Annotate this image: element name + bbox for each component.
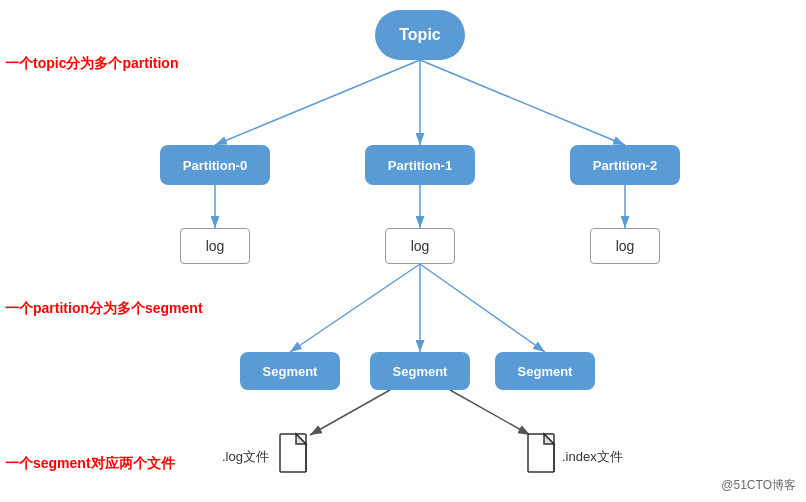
svg-line-2 <box>215 60 420 145</box>
log-file-label: .log文件 <box>222 448 269 466</box>
svg-line-12 <box>450 390 530 435</box>
annotation2: 一个partition分为多个segment <box>5 300 203 318</box>
node-segment2: Segment <box>495 352 595 390</box>
node-log1: log <box>385 228 455 264</box>
annotation3: 一个segment对应两个文件 <box>5 455 175 473</box>
svg-line-11 <box>310 390 390 435</box>
svg-line-8 <box>290 264 420 352</box>
diagram-container: Topic Partition-0 Partition-1 Partition-… <box>0 0 806 502</box>
annotation1: 一个topic分为多个partition <box>5 55 178 73</box>
watermark: @51CTO博客 <box>721 477 796 494</box>
index-file-label: .index文件 <box>562 448 623 466</box>
node-log2: log <box>590 228 660 264</box>
node-topic: Topic <box>375 10 465 60</box>
svg-line-4 <box>420 60 625 145</box>
svg-line-10 <box>420 264 545 352</box>
log-file-icon <box>278 432 314 476</box>
index-file-icon <box>526 432 562 476</box>
node-log0: log <box>180 228 250 264</box>
node-segment0: Segment <box>240 352 340 390</box>
node-partition0: Partition-0 <box>160 145 270 185</box>
node-segment1: Segment <box>370 352 470 390</box>
node-partition1: Partition-1 <box>365 145 475 185</box>
node-partition2: Partition-2 <box>570 145 680 185</box>
